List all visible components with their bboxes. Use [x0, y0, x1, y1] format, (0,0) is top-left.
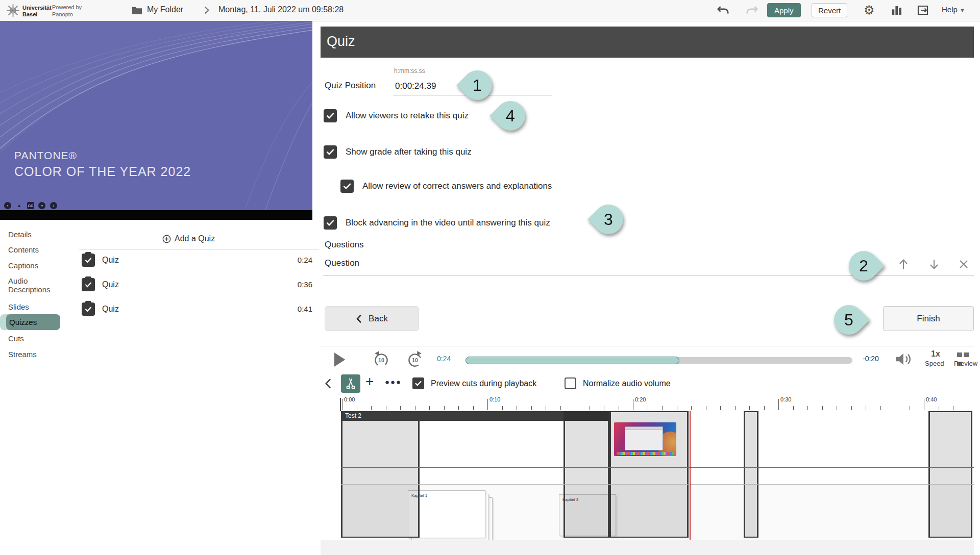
redo-icon[interactable] [745, 5, 758, 15]
ruler-minor-tick [400, 406, 401, 410]
option-block-advancing[interactable]: Block advancing in the video until answe… [324, 216, 550, 230]
forward-10-icon[interactable]: 10 [406, 350, 424, 369]
cut-region[interactable] [928, 411, 972, 538]
powered-by-panopto: Powered byPanopto [52, 4, 82, 18]
exit-editor-icon[interactable] [917, 5, 929, 16]
next-stream-icon[interactable]: › [50, 202, 57, 209]
sidebar-item-cuts[interactable]: Cuts [8, 334, 24, 343]
settings-gear-icon[interactable]: ⚙ [864, 3, 875, 17]
ruler-minor-tick [502, 406, 503, 410]
ruler-minor-tick [764, 406, 765, 410]
quiz-clipboard-icon [82, 278, 95, 291]
cut-region[interactable] [341, 411, 420, 538]
checkbox-unchecked-icon[interactable] [565, 377, 576, 389]
quiz-position-label: Quiz Position [325, 81, 376, 91]
quiz-panel-title: Quiz [327, 34, 355, 49]
option-retake-quiz[interactable]: Allow viewers to retake this quiz [324, 109, 469, 122]
video-title-line2: COLOR OF THE YEAR 2022 [14, 164, 191, 179]
sidebar-item-streams[interactable]: Streams [8, 350, 37, 359]
cut-region[interactable] [744, 411, 758, 538]
more-options-icon[interactable]: ●●● [385, 377, 402, 386]
prev-stream-icon[interactable]: ‹ [4, 202, 11, 209]
normalize-audio-option[interactable]: Normalize audio volume [565, 377, 671, 389]
play-button-icon[interactable] [333, 352, 346, 367]
warning-triangle-icon[interactable]: ▲ [15, 202, 22, 209]
audio-description-icon[interactable]: ● [38, 202, 45, 209]
help-caret-icon: ▼ [960, 7, 965, 13]
rewind-10-icon[interactable]: 10 [373, 350, 390, 369]
sidebar-item-slides[interactable]: Slides [8, 302, 29, 311]
mac-window [625, 426, 663, 450]
option-label: Show grade after taking this quiz [346, 147, 472, 157]
option-allow-review[interactable]: Allow review of correct answers and expl… [340, 180, 552, 193]
ruler-major-tick [633, 399, 633, 410]
sidebar-item-captions[interactable]: Captions [8, 261, 38, 270]
collapse-timeline-icon[interactable] [325, 378, 332, 389]
ruler-minor-tick [415, 406, 415, 410]
ruler-minor-tick [429, 406, 430, 410]
ruler-major-tick [778, 399, 779, 410]
quiz-row-label: Quiz [102, 305, 119, 314]
sidebar-item-audio-descriptions[interactable]: Audio Descriptions [8, 276, 64, 294]
ruler-minor-tick [793, 406, 794, 410]
stats-icon[interactable] [891, 6, 902, 15]
ruler-major-tick [342, 399, 342, 410]
session-segment-bar[interactable]: Test 2 [341, 411, 609, 421]
video-preview: PANTONE® COLOR OF THE YEAR 2022 ‹ ▲ CC ●… [0, 21, 312, 210]
video-letterbox-bar [0, 210, 312, 220]
add-a-quiz-button[interactable]: Add a Quiz [162, 234, 215, 243]
video-title-line1: PANTONE® [14, 149, 77, 162]
preview-cuts-option[interactable]: Preview cuts during playback [412, 377, 536, 389]
question-row-label[interactable]: Question [325, 258, 359, 268]
timeline-toolbar: + ●●● Preview cuts during playback Norma… [321, 373, 974, 396]
cut-region[interactable] [564, 411, 609, 538]
help-menu[interactable]: Help ▼ [942, 5, 965, 14]
ruler-minor-tick [677, 406, 677, 410]
captions-cc-icon[interactable]: CC [27, 202, 34, 209]
panopto-editor: UniversitätBasel Powered byPanopto My Fo… [0, 0, 980, 555]
timeline-bottom-gutter [321, 540, 974, 555]
back-button[interactable]: Back [325, 306, 419, 331]
checkbox-checked-icon[interactable] [340, 180, 354, 193]
breadcrumb-folder[interactable]: My Folder [147, 5, 183, 14]
callout-5: 5 [834, 305, 864, 335]
ruler-minor-tick [662, 406, 663, 410]
revert-button[interactable]: Revert [812, 3, 847, 17]
time-format-hint: h:mm:ss.ss [394, 67, 425, 74]
move-question-down-icon[interactable] [927, 257, 941, 271]
sidebar-item-details[interactable]: Details [8, 230, 32, 239]
video-overlay-controls: ‹ ▲ CC ● › [4, 202, 59, 210]
finish-button[interactable]: Finish [883, 306, 974, 331]
breadcrumb-session-title: Montag, 11. Juli 2022 um 09:58:28 [218, 5, 344, 14]
checkbox-checked-icon[interactable] [412, 377, 424, 389]
ruler-major-tick [924, 399, 924, 410]
move-question-up-icon[interactable] [896, 257, 911, 271]
sidebar-item-quizzes-label: Quizzes [6, 318, 37, 326]
questions-heading: Questions [325, 240, 364, 250]
cut-tool-button[interactable] [341, 374, 360, 393]
progress-track[interactable] [465, 357, 852, 364]
ruler-minor-tick [517, 406, 517, 410]
ruler-minor-tick [575, 406, 575, 410]
checkbox-checked-icon[interactable] [324, 109, 337, 122]
speed-value[interactable]: 1x [931, 349, 940, 359]
ruler-minor-tick [953, 406, 953, 410]
sidebar-item-quizzes[interactable]: Quizzes [6, 314, 60, 330]
sidebar-item-contents[interactable]: Contents [8, 245, 39, 254]
delete-question-icon[interactable] [957, 257, 971, 271]
timeline-ruler[interactable]: 0:000:100:200:300:40 [321, 396, 974, 411]
option-label: Block advancing in the video until answe… [346, 218, 550, 228]
ruler-tick-label: 0:10 [489, 396, 500, 402]
option-show-grade[interactable]: Show grade after taking this quiz [324, 145, 472, 159]
ruler-minor-tick [895, 406, 895, 410]
undo-icon[interactable] [717, 5, 730, 15]
add-stream-button[interactable]: + [365, 373, 374, 390]
checkbox-checked-icon[interactable] [324, 216, 337, 230]
playhead[interactable] [690, 411, 691, 540]
volume-icon[interactable] [895, 351, 913, 367]
ruler-minor-tick [357, 406, 357, 410]
apply-button[interactable]: Apply [767, 3, 801, 17]
checkbox-checked-icon[interactable] [324, 145, 337, 159]
ruler-major-tick [487, 399, 488, 410]
ruler-minor-tick [807, 406, 808, 410]
